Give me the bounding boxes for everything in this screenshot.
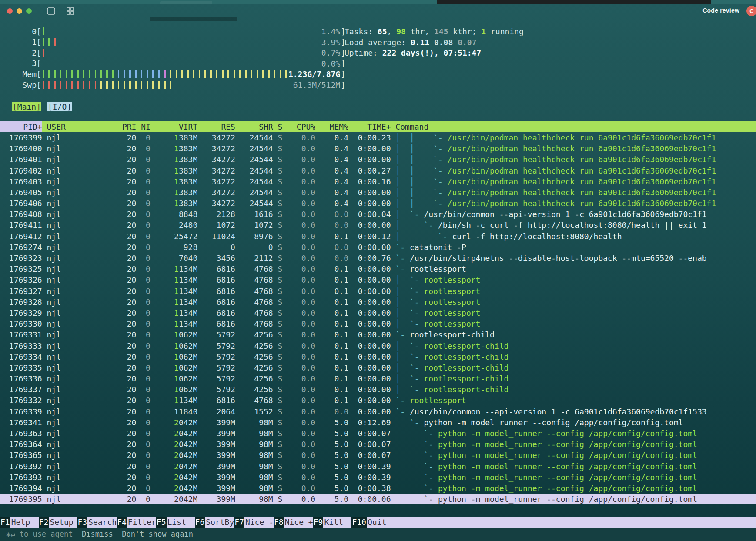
process-row[interactable]: 1769365njl2002042M399M98MS0.05.00:00.07 … [0, 450, 756, 461]
process-row[interactable]: 1769326njl2001134M68164768S0.00.10:00.00… [0, 274, 756, 285]
process-row[interactable]: 1769336njl2001062M57924256S0.00.10:00.00… [0, 373, 756, 384]
tasks-line: Tasks: 65, 98 thr, 145 kthr; 1 running [345, 26, 524, 37]
header-shr[interactable]: SHR [235, 121, 273, 132]
virt-scale-digit: 1 [174, 319, 179, 328]
process-state: S [273, 253, 283, 264]
process-row[interactable]: 1769339njl2001184020641552S0.00.00:00.00… [0, 406, 756, 417]
virt-rest: 062M [179, 352, 197, 361]
process-row[interactable]: 1769405njl2001383M3427224544S0.00.40:00.… [0, 187, 756, 198]
header-pri[interactable]: PRI [113, 121, 136, 132]
process-row[interactable]: 1769406njl2001383M3427224544S0.00.40:00.… [0, 198, 756, 209]
process-row[interactable]: 1769328njl2001134M68164768S0.00.10:00.00… [0, 297, 756, 307]
process-shr: 24544 [235, 143, 273, 154]
process-cpu-percent: 0.0 [282, 362, 315, 373]
process-cpu-percent: 0.0 [282, 307, 315, 318]
header-cpu[interactable]: CPU% [282, 121, 315, 132]
process-nice: 0 [136, 307, 151, 318]
tab-io[interactable]: [I/O] [47, 102, 72, 111]
tab-main[interactable]: [Main] [12, 102, 41, 111]
fkey-f5[interactable]: F5List [156, 517, 195, 528]
fkey-f9[interactable]: F9Kill [313, 517, 352, 528]
process-row[interactable]: 1769325njl2001134M68164768S0.00.10:00.00… [0, 264, 756, 274]
grid-icon[interactable] [67, 7, 74, 15]
process-priority: 20 [113, 329, 136, 340]
dismiss-button[interactable]: Dismiss [82, 529, 113, 540]
process-res: 5792 [197, 373, 235, 384]
header-user[interactable]: USER [42, 121, 113, 132]
process-row[interactable]: 1769408njl200884821281616S0.00.00:00.04│… [0, 209, 756, 220]
tree-branch-glyph: │ `- [395, 308, 424, 317]
fkey-number: F6 [195, 517, 205, 528]
process-row[interactable]: 1769334njl2001062M57924256S0.00.10:00.00… [0, 351, 756, 362]
process-row[interactable]: 1769274njl20092800S0.00.00:00.00`- catat… [0, 242, 756, 253]
fkey-f6[interactable]: F6SortBy [195, 517, 234, 528]
process-virt: 1134M [151, 307, 197, 318]
process-row[interactable]: 1769403njl2001383M3427224544S0.00.40:00.… [0, 176, 756, 187]
header-command[interactable]: Command [391, 121, 756, 132]
sidebar-toggle-icon[interactable] [47, 7, 55, 15]
header-mem[interactable]: MEM% [315, 121, 348, 132]
swap-meter: Swp[61.3M/512M] [0, 80, 345, 90]
process-row[interactable]: 1769332njl2001134M68164768S0.00.10:00.00… [0, 395, 756, 406]
process-row[interactable]: 1769392njl2002042M399M98MS0.05.00:00.39 … [0, 461, 756, 472]
process-row[interactable]: 1769331njl2001062M57924256S0.00.10:00.00… [0, 329, 756, 340]
process-row[interactable]: 1769402njl2001383M3427224544S0.00.40:00.… [0, 165, 756, 176]
header-ni[interactable]: NI [136, 121, 151, 132]
meter-track: 61.3M/512M [41, 80, 341, 90]
process-row[interactable]: 1769399njl2001383M3427224544S0.00.40:00.… [0, 132, 756, 143]
fkey-f3[interactable]: F3Search [77, 517, 117, 528]
process-row[interactable]: 1769394njl2002042M399M98MS0.05.00:00.38 … [0, 483, 756, 494]
header-virt[interactable]: VIRT [151, 121, 197, 132]
fkey-f10[interactable]: F10Quit [351, 517, 756, 528]
process-priority: 20 [113, 253, 136, 264]
process-row[interactable]: 1769337njl2001062M57924256S0.00.10:00.00… [0, 384, 756, 395]
process-state: S [273, 132, 283, 143]
process-shr: 1072 [235, 220, 273, 230]
process-row[interactable]: 1769323njl200704034562112S0.00.00:00.76`… [0, 253, 756, 264]
fkey-f7[interactable]: F7Nice - [234, 517, 274, 528]
process-row[interactable]: 1769333njl2001062M57924256S0.00.10:00.00… [0, 341, 756, 351]
virt-scale-digit: 2 [174, 440, 179, 449]
process-row[interactable]: 1769327njl2001134M68164768S0.00.10:00.00… [0, 286, 756, 297]
close-button[interactable] [7, 8, 13, 14]
fkey-f2[interactable]: F2Setup [39, 517, 77, 528]
process-row[interactable]: 1769393njl2002042M399M98MS0.05.00:00.39 … [0, 472, 756, 483]
virt-rest: 042M [179, 418, 197, 427]
header-res[interactable]: RES [197, 121, 235, 132]
process-row[interactable]: 1769335njl2001062M57924256S0.00.10:00.00… [0, 362, 756, 373]
header-state[interactable]: S [273, 121, 283, 132]
process-row[interactable]: 1769411njl200248010721072S0.00.00:00.00│… [0, 220, 756, 230]
fkey-f8[interactable]: F8Nice + [274, 517, 313, 528]
process-shr: 4256 [235, 351, 273, 362]
uptime-label: Uptime: [345, 48, 382, 57]
process-row[interactable]: 1769329njl2001134M68164768S0.00.10:00.00… [0, 307, 756, 318]
minimize-button[interactable] [17, 8, 22, 14]
header-time[interactable]: TIME+ [348, 121, 391, 132]
code-review-label[interactable]: Code review [702, 5, 739, 16]
process-row[interactable]: 1769400njl2001383M3427224544S0.00.40:00.… [0, 143, 756, 154]
fkey-f1[interactable]: F1Help [0, 517, 39, 528]
process-pid: 1769331 [4, 329, 42, 340]
tasks-label: Tasks: [345, 27, 378, 36]
process-priority: 20 [113, 187, 136, 198]
process-row[interactable]: 1769330njl2001134M68164768S0.00.10:00.00… [0, 318, 756, 329]
zoom-button[interactable] [26, 8, 32, 14]
virt-scale-digit: 1 [174, 275, 179, 284]
header-pid[interactable]: PID+ [0, 121, 42, 132]
process-row[interactable]: 1769401njl2001383M3427224544S0.00.40:00.… [0, 154, 756, 165]
command-text: /usr/bin/podman healthcheck run 6a901c1d… [448, 144, 716, 153]
process-row[interactable]: 1769341njl2002042M399M98MS0.05.00:12.69 … [0, 417, 756, 428]
process-row[interactable]: 1769363njl2002042M399M98MS0.05.00:00.07 … [0, 428, 756, 439]
fkey-f4[interactable]: F4Filter [117, 517, 156, 528]
process-command: │ │ `- /usr/bin/podman healthcheck run 6… [391, 165, 756, 176]
process-nice: 0 [136, 384, 151, 395]
process-row-selected[interactable]: 1769395njl2002042M399M98MS0.05.00:00.06 … [0, 494, 756, 504]
tree-branch-glyph: │ `- [395, 319, 424, 328]
dont-show-again-button[interactable]: Don't show again [122, 529, 193, 540]
avatar[interactable]: C [746, 6, 756, 16]
process-user: njl [42, 341, 113, 351]
virt-scale-digit: 2 [174, 418, 179, 427]
process-row[interactable]: 1769364njl2002042M399M98MS0.05.00:00.07 … [0, 439, 756, 450]
process-row[interactable]: 1769412njl20025472110248976S0.00.10:00.1… [0, 231, 756, 242]
process-time: 0:00.00 [348, 351, 391, 362]
